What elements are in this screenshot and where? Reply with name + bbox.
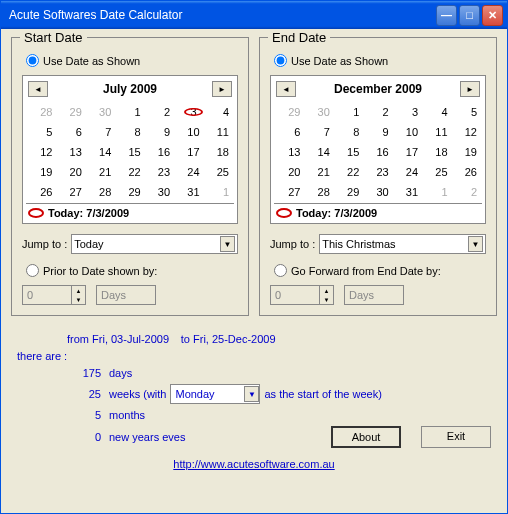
end-use-as-shown-label: Use Date as Shown — [291, 55, 388, 67]
cal-day[interactable]: 31 — [175, 183, 202, 201]
cal-day[interactable]: 3 — [394, 103, 421, 121]
cal-day[interactable]: 10 — [394, 123, 421, 141]
cal-day[interactable]: 14 — [305, 143, 332, 161]
exit-button[interactable]: Exit — [421, 426, 491, 448]
results-range: from Fri, 03-Jul-2009 to Fri, 25-Dec-200… — [67, 330, 491, 346]
start-next-month-button[interactable]: ► — [212, 81, 232, 97]
start-today-footer[interactable]: Today: 7/3/2009 — [26, 203, 234, 220]
cal-day[interactable]: 11 — [205, 123, 232, 141]
cal-day[interactable]: 1 — [335, 103, 362, 121]
cal-day[interactable]: 19 — [28, 163, 55, 181]
cal-day[interactable]: 21 — [87, 163, 114, 181]
cal-day[interactable]: 10 — [175, 123, 202, 141]
cal-day[interactable]: 8 — [335, 123, 362, 141]
cal-day[interactable]: 25 — [423, 163, 450, 181]
cal-day[interactable]: 8 — [116, 123, 143, 141]
week-start-select[interactable]: Monday ▼ — [170, 384, 260, 404]
cal-day[interactable]: 29 — [335, 183, 362, 201]
cal-day[interactable]: 29 — [276, 103, 303, 121]
spinner-up-icon[interactable]: ▲ — [319, 286, 333, 295]
cal-day[interactable]: 31 — [394, 183, 421, 201]
result-days: 175days — [17, 367, 491, 379]
cal-day[interactable]: 12 — [28, 143, 55, 161]
end-forward-radio[interactable] — [274, 264, 287, 277]
cal-day[interactable]: 5 — [28, 123, 55, 141]
end-use-as-shown-radio[interactable] — [274, 54, 287, 67]
spinner-down-icon[interactable]: ▼ — [319, 295, 333, 304]
website-link[interactable]: http://www.acutesoftware.com.au — [173, 458, 334, 470]
start-jump-select[interactable]: Today ▼ — [71, 234, 238, 254]
cal-day[interactable]: 28 — [305, 183, 332, 201]
cal-day[interactable]: 4 — [423, 103, 450, 121]
cal-day[interactable]: 29 — [57, 103, 84, 121]
cal-day[interactable]: 29 — [116, 183, 143, 201]
cal-day[interactable]: 5 — [453, 103, 480, 121]
cal-day[interactable]: 22 — [116, 163, 143, 181]
cal-day[interactable]: 4 — [205, 103, 232, 121]
end-next-month-button[interactable]: ► — [460, 81, 480, 97]
cal-day[interactable]: 15 — [116, 143, 143, 161]
cal-day[interactable]: 7 — [305, 123, 332, 141]
cal-day[interactable]: 1 — [423, 183, 450, 201]
minimize-button[interactable]: — — [436, 5, 457, 26]
cal-day[interactable]: 6 — [57, 123, 84, 141]
start-prev-month-button[interactable]: ◄ — [28, 81, 48, 97]
app-window: Acute Softwares Date Calculator — □ ✕ St… — [0, 0, 508, 514]
cal-day[interactable]: 17 — [175, 143, 202, 161]
cal-day[interactable]: 20 — [276, 163, 303, 181]
cal-day[interactable]: 24 — [175, 163, 202, 181]
spinner-up-icon[interactable]: ▲ — [71, 286, 85, 295]
cal-day[interactable]: 2 — [146, 103, 173, 121]
cal-day[interactable]: 19 — [453, 143, 480, 161]
cal-day[interactable]: 28 — [28, 103, 55, 121]
start-offset-value: 0 — [23, 289, 71, 301]
cal-day[interactable]: 1 — [116, 103, 143, 121]
cal-day[interactable]: 12 — [453, 123, 480, 141]
cal-day[interactable]: 23 — [364, 163, 391, 181]
cal-day[interactable]: 1 — [205, 183, 232, 201]
cal-day[interactable]: 22 — [335, 163, 362, 181]
cal-day[interactable]: 13 — [276, 143, 303, 161]
start-use-as-shown-radio[interactable] — [26, 54, 39, 67]
cal-day[interactable]: 11 — [423, 123, 450, 141]
cal-day[interactable]: 2 — [453, 183, 480, 201]
cal-day[interactable]: 18 — [205, 143, 232, 161]
cal-day[interactable]: 18 — [423, 143, 450, 161]
cal-day[interactable]: 9 — [364, 123, 391, 141]
end-offset-spinner[interactable]: 0 ▲▼ — [270, 285, 334, 305]
cal-day[interactable]: 24 — [394, 163, 421, 181]
cal-day[interactable]: 3 — [175, 103, 202, 121]
spinner-down-icon[interactable]: ▼ — [71, 295, 85, 304]
cal-day[interactable]: 27 — [276, 183, 303, 201]
maximize-button[interactable]: □ — [459, 5, 480, 26]
cal-day[interactable]: 28 — [87, 183, 114, 201]
end-today-footer[interactable]: Today: 7/3/2009 — [274, 203, 482, 220]
cal-day[interactable]: 30 — [364, 183, 391, 201]
cal-day[interactable]: 20 — [57, 163, 84, 181]
cal-day[interactable]: 27 — [57, 183, 84, 201]
cal-day[interactable]: 30 — [87, 103, 114, 121]
cal-day[interactable]: 13 — [57, 143, 84, 161]
cal-day[interactable]: 26 — [28, 183, 55, 201]
cal-day[interactable]: 16 — [364, 143, 391, 161]
cal-day[interactable]: 26 — [453, 163, 480, 181]
cal-day[interactable]: 7 — [87, 123, 114, 141]
cal-day[interactable]: 21 — [305, 163, 332, 181]
cal-day[interactable]: 30 — [146, 183, 173, 201]
cal-day[interactable]: 15 — [335, 143, 362, 161]
cal-day[interactable]: 2 — [364, 103, 391, 121]
cal-day[interactable]: 17 — [394, 143, 421, 161]
start-prior-radio[interactable] — [26, 264, 39, 277]
cal-day[interactable]: 14 — [87, 143, 114, 161]
cal-day[interactable]: 25 — [205, 163, 232, 181]
about-button[interactable]: About — [331, 426, 401, 448]
cal-day[interactable]: 16 — [146, 143, 173, 161]
cal-day[interactable]: 9 — [146, 123, 173, 141]
cal-day[interactable]: 30 — [305, 103, 332, 121]
start-offset-spinner[interactable]: 0 ▲▼ — [22, 285, 86, 305]
close-button[interactable]: ✕ — [482, 5, 503, 26]
cal-day[interactable]: 23 — [146, 163, 173, 181]
cal-day[interactable]: 6 — [276, 123, 303, 141]
end-prev-month-button[interactable]: ◄ — [276, 81, 296, 97]
end-jump-select[interactable]: This Christmas ▼ — [319, 234, 486, 254]
